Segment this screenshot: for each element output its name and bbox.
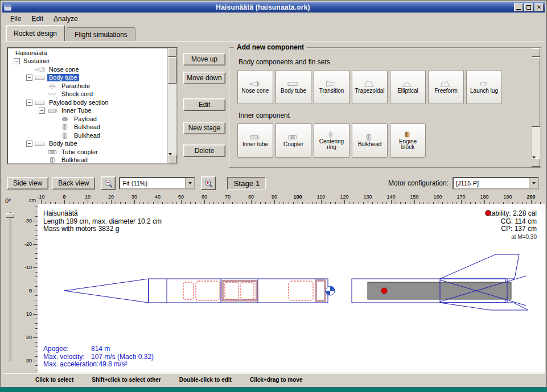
motor-configuration-value: [J115-P] [454,180,529,187]
rotation-slider[interactable] [10,212,11,361]
tree-item-body-tube[interactable]: Body tube [8,140,167,148]
view-toolbar: Side view Back view Fit (11%) Stage 1 Mo… [2,172,545,194]
tree-item-bulkhead[interactable]: Bulkhead [8,123,167,132]
expander-icon[interactable] [14,58,20,64]
rocket-canvas[interactable]: Haisunäätä Length 189 cm, max. diameter … [38,204,545,373]
inner-tube-icon [249,134,260,141]
edit-button[interactable]: Edit [183,98,225,111]
move-down-button[interactable]: Move down [183,72,225,84]
dropdown-button[interactable] [185,178,194,188]
body-tube-icon [287,80,298,88]
tree-scrollbar[interactable] [167,48,176,163]
ruler-tick [111,200,112,204]
zoom-level-select[interactable]: Fit (11%) [119,177,195,189]
add-freeform-fin-button[interactable]: Freeform [428,70,464,104]
trapezoidal-fin-icon [363,80,375,88]
hint-click-drag: Click+drag to move [250,377,303,383]
expander-icon[interactable] [26,100,32,106]
tree-item-payload[interactable]: Payload [8,115,167,123]
expander-icon[interactable] [26,141,32,147]
tree-item-rocket[interactable]: Haisunäätä [8,49,167,57]
window-menu-icon[interactable] [3,3,12,11]
ruler-tick [531,200,532,204]
design-area: Haisunäätä Sustainer Nose cone Body tube… [2,42,545,172]
move-up-button[interactable]: Move up [183,53,225,65]
internal-components-dashed [183,281,313,300]
ruler-label: -10 [24,265,32,270]
component-tree[interactable]: Haisunäätä Sustainer Nose cone Body tube… [7,47,178,164]
add-inner-tube-button[interactable]: Inner tube [237,123,273,158]
zoom-in-button[interactable] [201,176,216,190]
menu-file[interactable]: File [5,13,26,24]
rotation-slider-thumb[interactable] [6,213,14,218]
tree-item-body-tube-selected[interactable]: Body tube [8,74,167,82]
add-bulkhead-button[interactable]: Bulkhead [352,123,388,158]
menu-edit[interactable]: Edit [26,13,48,24]
ruler-label: 190 [503,194,512,200]
close-button[interactable]: ✕ [534,3,544,11]
ruler-tick [134,200,135,204]
add-trapezoidal-fin-button[interactable]: Trapezoidal [352,70,388,104]
hint-click-select: Click to select [35,377,73,383]
scrollbar-thumb[interactable] [168,57,176,84]
add-engine-block-button[interactable]: Engine block [390,123,426,158]
tree-item-sustainer[interactable]: Sustainer [8,57,167,66]
ruler-label: 20 [26,335,32,340]
add-panel-scrollbar[interactable] [531,48,540,167]
add-coupler-button[interactable]: Coupler [275,123,311,158]
dropdown-button[interactable] [529,178,538,188]
ruler-tick [438,200,438,204]
scroll-up-button[interactable] [168,48,176,57]
scroll-down-button[interactable] [532,158,540,167]
tree-item-nose-cone[interactable]: Nose cone [8,65,167,74]
ruler-tick [33,267,38,268]
tab-rocket-design[interactable]: Rocket design [6,25,65,41]
ruler-tick [484,200,485,204]
scroll-down-button[interactable] [168,155,176,163]
side-view-button[interactable]: Side view [7,177,48,189]
ruler-label: 140 [386,194,395,200]
ruler-label: 10 [85,194,91,200]
ruler-label: 160 [433,194,442,200]
maximize-button[interactable] [524,3,533,11]
ruler-label: 170 [456,194,465,200]
menu-analyze[interactable]: Analyze [48,13,83,24]
body-tube-icon [34,140,46,147]
scrollbar-thumb[interactable] [532,57,540,127]
back-view-button[interactable]: Back view [52,177,95,189]
stage-1-toggle[interactable]: Stage 1 [227,177,266,189]
tube-coupler-icon [47,148,58,156]
add-centering-ring-button[interactable]: Centering ring [314,123,349,158]
ruler-label: 100 [293,194,302,200]
tree-item-parachute[interactable]: Parachute [8,82,167,90]
tree-item-bulkhead[interactable]: Bulkhead [8,131,167,140]
add-elliptical-fin-button[interactable]: Elliptical [390,70,426,104]
title-bar[interactable]: Haisunäätä (haisunaata.ork) ✕ [2,2,545,13]
tree-item-shock-cord[interactable]: Shock cord [8,90,167,99]
minimize-icon [516,5,521,10]
add-transition-button[interactable]: Transition [314,70,349,104]
ruler-tick [228,200,228,204]
tree-item-inner-tube[interactable]: Inner Tube [8,107,167,115]
tree-item-tube-coupler[interactable]: Tube coupler [8,148,167,156]
ruler-tick [508,200,508,204]
expander-icon[interactable] [26,75,32,81]
tree-item-payload-body-section[interactable]: Payload body section [8,98,167,107]
body-components-label: Body components and fin sets [238,58,541,66]
minimize-button[interactable] [514,3,523,11]
new-stage-button[interactable]: New stage [183,122,225,134]
add-launch-lug-button[interactable]: Launch lug [466,70,502,104]
tab-flight-simulations[interactable]: Flight simulations [67,27,135,41]
zoom-out-button[interactable] [101,176,116,190]
add-nose-cone-button[interactable]: Nose cone [237,70,273,104]
tree-item-bulkhead[interactable]: Bulkhead [8,156,167,165]
nose-cone-icon [34,66,46,73]
add-body-tube-button[interactable]: Body tube [275,70,311,104]
expander-icon[interactable] [39,108,45,114]
rotation-control: 0° [2,194,19,373]
scroll-up-button[interactable] [532,48,540,57]
motor-configuration-select[interactable]: [J115-P] [453,177,539,189]
stability-value: Stability: 2.28 cal [485,210,537,218]
ruler-tick [368,200,368,204]
delete-button[interactable]: Delete [183,145,225,157]
